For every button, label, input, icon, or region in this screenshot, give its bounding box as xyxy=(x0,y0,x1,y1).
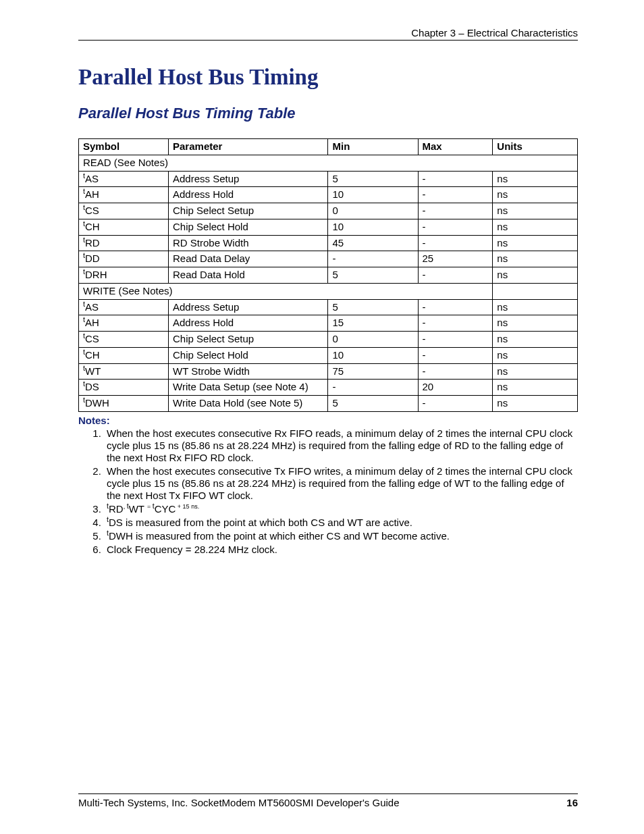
parameter-cell: Write Data Setup (see Note 4) xyxy=(169,380,328,396)
symbol-cell: tAS xyxy=(79,299,169,315)
units-cell: ns xyxy=(493,396,578,412)
section-row-write: WRITE (See Notes) xyxy=(79,283,578,299)
table-row: tDRHRead Data Hold5-ns xyxy=(79,267,578,284)
symbol-cell: tDS xyxy=(79,380,169,396)
table-row: tCSChip Select Setup0-ns xyxy=(79,203,578,219)
min-cell: - xyxy=(328,380,418,396)
min-cell: 0 xyxy=(328,332,418,348)
max-cell: 25 xyxy=(418,251,493,267)
table-body: READ (See Notes)tASAddress Setup5-nstAHA… xyxy=(79,155,578,411)
min-cell: 5 xyxy=(328,299,418,315)
parameter-cell: Read Data Delay xyxy=(169,251,328,267)
min-cell: - xyxy=(328,251,418,267)
note-item: When the host executes consecutive Tx FI… xyxy=(104,465,578,502)
th-max: Max xyxy=(418,139,493,155)
note-item: When the host executes consecutive Rx FI… xyxy=(104,427,578,464)
max-cell: - xyxy=(418,219,493,235)
blank-cell xyxy=(493,283,578,299)
th-parameter: Parameter xyxy=(169,139,328,155)
table-row: tCHChip Select Hold10-ns xyxy=(79,219,578,235)
units-cell: ns xyxy=(493,219,578,235)
table-row: tASAddress Setup5-ns xyxy=(79,299,578,315)
table-row: tDDRead Data Delay-25ns xyxy=(79,251,578,267)
th-symbol: Symbol xyxy=(79,139,169,155)
parameter-cell: Address Setup xyxy=(169,171,328,187)
units-cell: ns xyxy=(493,203,578,219)
max-cell: - xyxy=(418,187,493,203)
units-cell: ns xyxy=(493,235,578,251)
table-row: tCSChip Select Setup0-ns xyxy=(79,332,578,348)
note-item: tDWH is measured from the point at which… xyxy=(104,530,578,542)
min-cell: 15 xyxy=(328,315,418,332)
th-min: Min xyxy=(328,139,418,155)
sub-title: Parallel Host Bus Timing Table xyxy=(78,105,578,122)
max-cell: - xyxy=(418,203,493,219)
symbol-cell: tCH xyxy=(79,347,169,363)
parameter-cell: Chip Select Hold xyxy=(169,219,328,235)
footer: Multi-Tech Systems, Inc. SocketModem MT5… xyxy=(78,793,578,808)
symbol-cell: tRD xyxy=(79,235,169,251)
parameter-cell: RD Strobe Width xyxy=(169,235,328,251)
notes-list: When the host executes consecutive Rx FI… xyxy=(78,427,578,556)
units-cell: ns xyxy=(493,187,578,203)
timing-table: Symbol Parameter Min Max Units READ (See… xyxy=(78,138,578,412)
parameter-cell: Write Data Hold (see Note 5) xyxy=(169,396,328,412)
symbol-cell: tCH xyxy=(79,219,169,235)
parameter-cell: Address Setup xyxy=(169,299,328,315)
section-row-read: READ (See Notes) xyxy=(79,155,578,171)
max-cell: - xyxy=(418,347,493,363)
symbol-cell: tDWH xyxy=(79,396,169,412)
parameter-cell: WT Strobe Width xyxy=(169,363,328,380)
max-cell: - xyxy=(418,363,493,380)
note-item: Clock Frequency = 28.224 MHz clock. xyxy=(104,544,578,556)
table-row: tCHChip Select Hold10-ns xyxy=(79,347,578,363)
symbol-cell: tCS xyxy=(79,203,169,219)
max-cell: - xyxy=(418,171,493,187)
units-cell: ns xyxy=(493,380,578,396)
table-row: tASAddress Setup5-ns xyxy=(79,171,578,187)
max-cell: 20 xyxy=(418,380,493,396)
units-cell: ns xyxy=(493,171,578,187)
symbol-cell: tAH xyxy=(79,315,169,332)
parameter-cell: Address Hold xyxy=(169,315,328,332)
parameter-cell: Chip Select Hold xyxy=(169,347,328,363)
max-cell: - xyxy=(418,235,493,251)
min-cell: 10 xyxy=(328,187,418,203)
min-cell: 5 xyxy=(328,171,418,187)
page-number: 16 xyxy=(566,797,578,808)
units-cell: ns xyxy=(493,363,578,380)
max-cell: - xyxy=(418,332,493,348)
table-row: tDWHWrite Data Hold (see Note 5)5-ns xyxy=(79,396,578,412)
min-cell: 0 xyxy=(328,203,418,219)
units-cell: ns xyxy=(493,299,578,315)
table-row: tWTWT Strobe Width75-ns xyxy=(79,363,578,380)
parameter-cell: Chip Select Setup xyxy=(169,332,328,348)
table-row: tAHAddress Hold10-ns xyxy=(79,187,578,203)
parameter-cell: Address Hold xyxy=(169,187,328,203)
symbol-cell: tWT xyxy=(79,363,169,380)
min-cell: 10 xyxy=(328,219,418,235)
symbol-cell: tDRH xyxy=(79,267,169,284)
max-cell: - xyxy=(418,396,493,412)
note-item: tDS is measured from the point at which … xyxy=(104,517,578,529)
min-cell: 45 xyxy=(328,235,418,251)
table-row: tDSWrite Data Setup (see Note 4)-20ns xyxy=(79,380,578,396)
units-cell: ns xyxy=(493,251,578,267)
page: Chapter 3 – Electrical Characteristics P… xyxy=(0,0,644,834)
units-cell: ns xyxy=(493,267,578,284)
notes-label: Notes: xyxy=(78,415,578,426)
note-item: tRD, tWT = tCYC + 15 ns. xyxy=(104,503,578,515)
header-chapter: Chapter 3 – Electrical Characteristics xyxy=(78,27,578,41)
table-row: tAHAddress Hold15-ns xyxy=(79,315,578,332)
max-cell: - xyxy=(418,267,493,284)
footer-text: Multi-Tech Systems, Inc. SocketModem MT5… xyxy=(78,797,400,808)
parameter-cell: Chip Select Setup xyxy=(169,203,328,219)
min-cell: 75 xyxy=(328,363,418,380)
min-cell: 5 xyxy=(328,396,418,412)
table-row: tRDRD Strobe Width45-ns xyxy=(79,235,578,251)
table-header-row: Symbol Parameter Min Max Units xyxy=(79,139,578,155)
min-cell: 10 xyxy=(328,347,418,363)
symbol-cell: tDD xyxy=(79,251,169,267)
th-units: Units xyxy=(493,139,578,155)
main-title: Parallel Host Bus Timing xyxy=(78,65,578,90)
